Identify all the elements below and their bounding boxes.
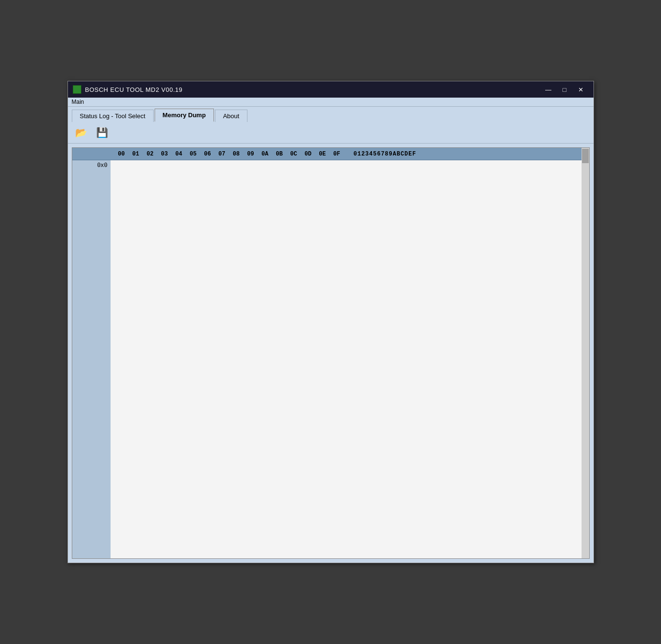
tab-about[interactable]: About [215, 110, 247, 122]
hex-col-03: 03 [157, 151, 172, 157]
content-area: 0x0 00 01 02 03 04 05 06 07 08 09 0A [68, 144, 594, 563]
row-header-column: 0x0 [72, 148, 111, 558]
hex-header-row: 00 01 02 03 04 05 06 07 08 09 0A 0B 0C 0… [111, 148, 582, 160]
hex-col-0d: 0D [301, 151, 315, 157]
menu-main[interactable]: Main [72, 99, 84, 105]
row-0x0-label: 0x0 [72, 160, 111, 171]
title-bar: BOSCH ECU TOOL MD2 V00.19 — □ ✕ [68, 81, 594, 98]
hex-col-0f: 0F [330, 151, 344, 157]
hex-col-0c: 0C [287, 151, 301, 157]
row-header-top [72, 148, 111, 160]
hex-col-04: 04 [172, 151, 186, 157]
hex-col-0a: 0A [258, 151, 272, 157]
close-button[interactable]: ✕ [573, 84, 589, 95]
hex-col-05: 05 [186, 151, 201, 157]
hex-table: 0x0 00 01 02 03 04 05 06 07 08 09 0A [72, 147, 590, 559]
hex-data-area [111, 160, 582, 558]
minimize-button[interactable]: — [541, 84, 556, 95]
app-icon [73, 85, 81, 94]
hex-col-0b: 0B [272, 151, 287, 157]
scrollbar-thumb[interactable] [582, 149, 589, 163]
window-controls: — □ ✕ [541, 84, 589, 95]
tab-memory-dump[interactable]: Memory Dump [155, 109, 214, 122]
save-icon: 💾 [96, 127, 108, 138]
hex-col-09: 09 [244, 151, 258, 157]
toolbar: 📂 💾 [68, 122, 594, 144]
maximize-button[interactable]: □ [557, 84, 572, 95]
open-icon: 📂 [75, 127, 87, 138]
main-window: BOSCH ECU TOOL MD2 V00.19 — □ ✕ Main Sta… [67, 81, 594, 563]
menu-bar: Main [68, 98, 594, 107]
app-title: BOSCH ECU TOOL MD2 V00.19 [85, 86, 537, 93]
hex-col-07: 07 [215, 151, 229, 157]
tabs-bar: Status Log - Tool Select Memory Dump Abo… [68, 107, 594, 122]
hex-col-0e: 0E [315, 151, 330, 157]
vertical-scrollbar[interactable] [582, 148, 589, 558]
hex-ascii-header: 0123456789ABCDEF [354, 151, 416, 157]
open-button[interactable]: 📂 [73, 125, 90, 140]
hex-col-00: 00 [114, 151, 129, 157]
hex-main-area: 00 01 02 03 04 05 06 07 08 09 0A 0B 0C 0… [111, 148, 582, 558]
save-button[interactable]: 💾 [94, 125, 111, 140]
hex-col-08: 08 [229, 151, 244, 157]
hex-col-02: 02 [143, 151, 157, 157]
hex-col-01: 01 [129, 151, 143, 157]
tab-status-log[interactable]: Status Log - Tool Select [72, 110, 154, 122]
hex-col-06: 06 [201, 151, 215, 157]
